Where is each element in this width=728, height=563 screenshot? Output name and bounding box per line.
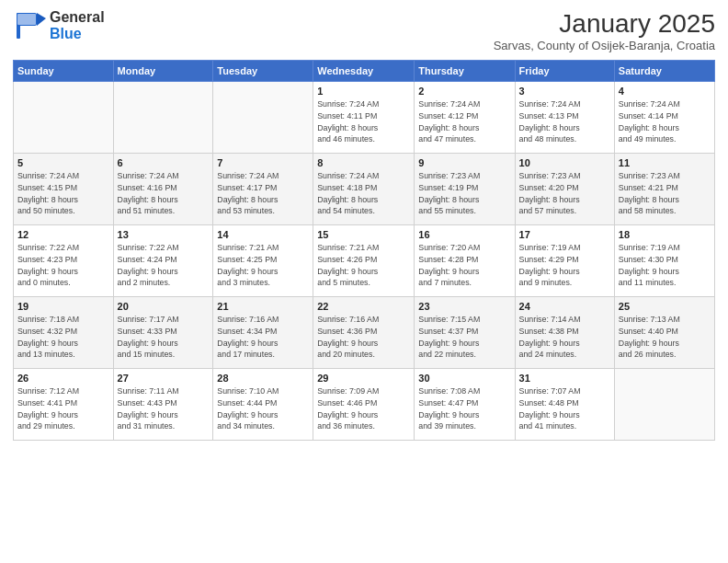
calendar-cell: 9Sunrise: 7:23 AM Sunset: 4:19 PM Daylig… <box>415 154 515 225</box>
calendar-cell: 28Sunrise: 7:10 AM Sunset: 4:44 PM Dayli… <box>213 369 313 441</box>
calendar-cell: 8Sunrise: 7:24 AM Sunset: 4:18 PM Daylig… <box>313 154 415 225</box>
calendar-header-row: SundayMondayTuesdayWednesdayThursdayFrid… <box>14 61 715 82</box>
day-number: 17 <box>519 229 610 240</box>
day-number: 3 <box>519 86 610 97</box>
calendar-cell: 5Sunrise: 7:24 AM Sunset: 4:15 PM Daylig… <box>14 154 114 225</box>
svg-rect-3 <box>17 14 36 25</box>
calendar-cell: 31Sunrise: 7:07 AM Sunset: 4:48 PM Dayli… <box>515 369 614 441</box>
logo: General Blue <box>13 9 105 42</box>
day-info: Sunrise: 7:23 AM Sunset: 4:21 PM Dayligh… <box>619 170 711 217</box>
day-info: Sunrise: 7:24 AM Sunset: 4:14 PM Dayligh… <box>619 98 711 145</box>
weekday-header: Monday <box>113 61 213 82</box>
calendar-week-row: 12Sunrise: 7:22 AM Sunset: 4:23 PM Dayli… <box>14 225 715 297</box>
day-info: Sunrise: 7:22 AM Sunset: 4:24 PM Dayligh… <box>118 242 210 289</box>
day-info: Sunrise: 7:24 AM Sunset: 4:17 PM Dayligh… <box>217 170 309 217</box>
calendar-cell <box>14 82 114 154</box>
day-number: 8 <box>317 157 410 168</box>
logo-blue: Blue <box>50 26 82 41</box>
day-info: Sunrise: 7:10 AM Sunset: 4:44 PM Dayligh… <box>217 385 309 432</box>
calendar-cell <box>213 82 313 154</box>
day-number: 25 <box>619 301 711 312</box>
day-info: Sunrise: 7:18 AM Sunset: 4:32 PM Dayligh… <box>17 314 109 361</box>
day-info: Sunrise: 7:20 AM Sunset: 4:28 PM Dayligh… <box>418 242 510 289</box>
weekday-header: Saturday <box>614 61 714 82</box>
day-info: Sunrise: 7:16 AM Sunset: 4:36 PM Dayligh… <box>317 314 410 361</box>
day-info: Sunrise: 7:17 AM Sunset: 4:33 PM Dayligh… <box>118 314 210 361</box>
calendar-cell: 21Sunrise: 7:16 AM Sunset: 4:34 PM Dayli… <box>213 297 313 369</box>
day-info: Sunrise: 7:19 AM Sunset: 4:30 PM Dayligh… <box>619 242 711 289</box>
weekday-header: Wednesday <box>313 61 415 82</box>
calendar-cell: 24Sunrise: 7:14 AM Sunset: 4:38 PM Dayli… <box>515 297 614 369</box>
calendar-cell: 2Sunrise: 7:24 AM Sunset: 4:12 PM Daylig… <box>415 82 515 154</box>
day-info: Sunrise: 7:24 AM Sunset: 4:12 PM Dayligh… <box>418 98 510 145</box>
calendar-cell: 27Sunrise: 7:11 AM Sunset: 4:43 PM Dayli… <box>113 369 213 441</box>
day-number: 14 <box>217 229 309 240</box>
day-number: 26 <box>17 373 109 384</box>
day-info: Sunrise: 7:21 AM Sunset: 4:26 PM Dayligh… <box>317 242 410 289</box>
logo-text: General Blue <box>50 9 105 41</box>
calendar-cell: 22Sunrise: 7:16 AM Sunset: 4:36 PM Dayli… <box>313 297 415 369</box>
calendar-cell: 19Sunrise: 7:18 AM Sunset: 4:32 PM Dayli… <box>14 297 114 369</box>
location-subtitle: Sarvas, County of Osijek-Baranja, Croati… <box>494 39 715 52</box>
weekday-header: Sunday <box>14 61 114 82</box>
calendar-cell: 29Sunrise: 7:09 AM Sunset: 4:46 PM Dayli… <box>313 369 415 441</box>
calendar-cell <box>113 82 213 154</box>
day-number: 27 <box>118 373 210 384</box>
calendar-cell: 30Sunrise: 7:08 AM Sunset: 4:47 PM Dayli… <box>415 369 515 441</box>
calendar-cell: 10Sunrise: 7:23 AM Sunset: 4:20 PM Dayli… <box>515 154 614 225</box>
calendar-cell: 16Sunrise: 7:20 AM Sunset: 4:28 PM Dayli… <box>415 225 515 297</box>
day-info: Sunrise: 7:24 AM Sunset: 4:18 PM Dayligh… <box>317 170 410 217</box>
day-number: 23 <box>418 301 510 312</box>
logo-general: General <box>50 9 105 25</box>
day-number: 28 <box>217 373 309 384</box>
day-number: 31 <box>519 373 610 384</box>
day-info: Sunrise: 7:13 AM Sunset: 4:40 PM Dayligh… <box>619 314 711 361</box>
calendar-cell: 18Sunrise: 7:19 AM Sunset: 4:30 PM Dayli… <box>614 225 714 297</box>
calendar-week-row: 26Sunrise: 7:12 AM Sunset: 4:41 PM Dayli… <box>14 369 715 441</box>
calendar-cell: 12Sunrise: 7:22 AM Sunset: 4:23 PM Dayli… <box>14 225 114 297</box>
day-info: Sunrise: 7:23 AM Sunset: 4:20 PM Dayligh… <box>519 170 610 217</box>
calendar-cell: 7Sunrise: 7:24 AM Sunset: 4:17 PM Daylig… <box>213 154 313 225</box>
calendar-cell: 3Sunrise: 7:24 AM Sunset: 4:13 PM Daylig… <box>515 82 614 154</box>
day-info: Sunrise: 7:24 AM Sunset: 4:13 PM Dayligh… <box>519 98 610 145</box>
weekday-header: Thursday <box>415 61 515 82</box>
day-number: 29 <box>317 373 410 384</box>
logo-wrapper: General Blue <box>13 9 105 42</box>
day-number: 22 <box>317 301 410 312</box>
day-info: Sunrise: 7:14 AM Sunset: 4:38 PM Dayligh… <box>519 314 610 361</box>
day-number: 1 <box>317 86 410 97</box>
day-info: Sunrise: 7:24 AM Sunset: 4:11 PM Dayligh… <box>317 98 410 145</box>
day-number: 21 <box>217 301 309 312</box>
day-info: Sunrise: 7:24 AM Sunset: 4:15 PM Dayligh… <box>17 170 109 217</box>
logo-svg <box>13 9 46 42</box>
svg-marker-2 <box>37 13 46 26</box>
day-info: Sunrise: 7:23 AM Sunset: 4:19 PM Dayligh… <box>418 170 510 217</box>
calendar-cell: 26Sunrise: 7:12 AM Sunset: 4:41 PM Dayli… <box>14 369 114 441</box>
calendar-cell: 1Sunrise: 7:24 AM Sunset: 4:11 PM Daylig… <box>313 82 415 154</box>
day-number: 11 <box>619 157 711 168</box>
calendar-cell: 20Sunrise: 7:17 AM Sunset: 4:33 PM Dayli… <box>113 297 213 369</box>
day-number: 9 <box>418 157 510 168</box>
calendar-cell: 25Sunrise: 7:13 AM Sunset: 4:40 PM Dayli… <box>614 297 714 369</box>
day-info: Sunrise: 7:08 AM Sunset: 4:47 PM Dayligh… <box>418 385 510 432</box>
day-number: 30 <box>418 373 510 384</box>
calendar-cell: 13Sunrise: 7:22 AM Sunset: 4:24 PM Dayli… <box>113 225 213 297</box>
day-number: 10 <box>519 157 610 168</box>
calendar-table: SundayMondayTuesdayWednesdayThursdayFrid… <box>13 60 715 441</box>
day-number: 15 <box>317 229 410 240</box>
day-info: Sunrise: 7:07 AM Sunset: 4:48 PM Dayligh… <box>519 385 610 432</box>
day-number: 12 <box>17 229 109 240</box>
day-info: Sunrise: 7:24 AM Sunset: 4:16 PM Dayligh… <box>118 170 210 217</box>
day-number: 4 <box>619 86 711 97</box>
day-info: Sunrise: 7:15 AM Sunset: 4:37 PM Dayligh… <box>418 314 510 361</box>
calendar-cell: 4Sunrise: 7:24 AM Sunset: 4:14 PM Daylig… <box>614 82 714 154</box>
calendar-cell: 23Sunrise: 7:15 AM Sunset: 4:37 PM Dayli… <box>415 297 515 369</box>
calendar-cell: 15Sunrise: 7:21 AM Sunset: 4:26 PM Dayli… <box>313 225 415 297</box>
weekday-header: Friday <box>515 61 614 82</box>
calendar-week-row: 5Sunrise: 7:24 AM Sunset: 4:15 PM Daylig… <box>14 154 715 225</box>
day-info: Sunrise: 7:16 AM Sunset: 4:34 PM Dayligh… <box>217 314 309 361</box>
day-info: Sunrise: 7:11 AM Sunset: 4:43 PM Dayligh… <box>118 385 210 432</box>
day-number: 5 <box>17 157 109 168</box>
calendar-cell: 11Sunrise: 7:23 AM Sunset: 4:21 PM Dayli… <box>614 154 714 225</box>
calendar-cell: 6Sunrise: 7:24 AM Sunset: 4:16 PM Daylig… <box>113 154 213 225</box>
